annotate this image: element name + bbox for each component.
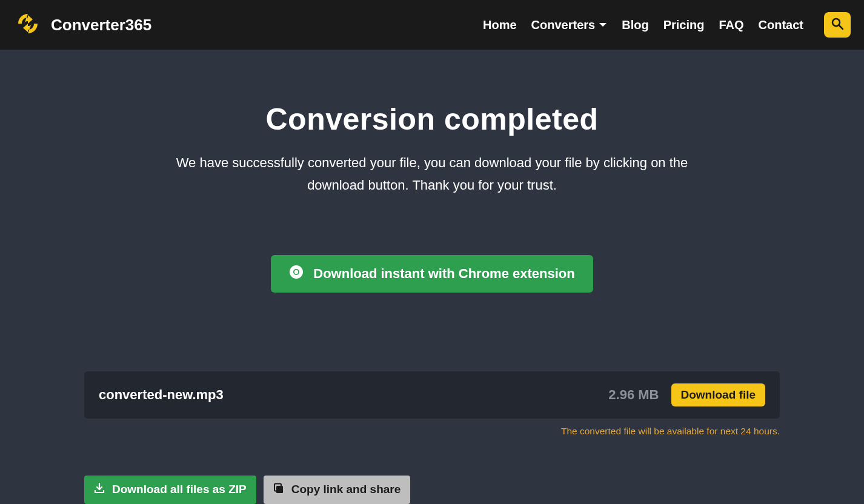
nav-pricing[interactable]: Pricing: [663, 18, 705, 32]
svg-line-1: [839, 25, 843, 29]
nav-converters-label: Converters: [531, 18, 596, 32]
caret-down-icon: [599, 22, 607, 28]
page-subtitle: We have successfully converted your file…: [147, 151, 717, 197]
converted-file-row: converted-new.mp3 2.96 MB Download file: [84, 371, 780, 419]
copy-link-button[interactable]: Copy link and share: [264, 476, 411, 504]
svg-rect-5: [276, 486, 283, 493]
file-name: converted-new.mp3: [99, 387, 224, 403]
chrome-extension-label: Download instant with Chrome extension: [313, 266, 574, 282]
svg-point-4: [294, 270, 298, 274]
main-content: Conversion completed We have successfull…: [0, 50, 864, 504]
download-file-button[interactable]: Download file: [671, 383, 766, 406]
page-title: Conversion completed: [0, 102, 864, 137]
nav-home[interactable]: Home: [483, 18, 517, 32]
availability-notice: The converted file will be available for…: [84, 426, 780, 437]
nav-contact[interactable]: Contact: [759, 18, 803, 32]
download-icon: [94, 483, 105, 497]
refresh-arrows-icon: [13, 9, 42, 41]
copy-icon: [273, 483, 284, 497]
copy-link-label: Copy link and share: [291, 483, 401, 496]
download-zip-button[interactable]: Download all files as ZIP: [84, 476, 256, 504]
chrome-extension-button[interactable]: Download instant with Chrome extension: [271, 255, 593, 293]
brand-name: Converter365: [51, 16, 151, 35]
file-size: 2.96 MB: [608, 387, 659, 403]
search-button[interactable]: [824, 12, 851, 38]
chrome-icon: [289, 265, 304, 283]
actions-row: Download all files as ZIP Copy link and …: [84, 476, 780, 504]
nav-converters[interactable]: Converters: [531, 18, 608, 32]
nav-faq[interactable]: FAQ: [719, 18, 743, 32]
top-nav: Converter365 Home Converters Blog Pricin…: [0, 0, 864, 50]
download-zip-label: Download all files as ZIP: [112, 483, 247, 496]
search-icon: [831, 18, 843, 32]
brand-logo[interactable]: Converter365: [13, 9, 151, 41]
nav-blog[interactable]: Blog: [622, 18, 648, 32]
